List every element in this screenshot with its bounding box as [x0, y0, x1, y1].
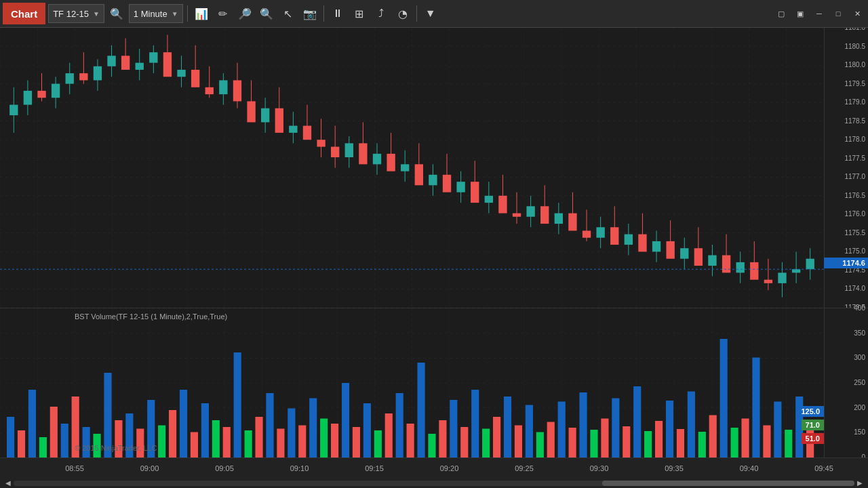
price-label: 1181.0 — [844, 28, 865, 31]
timeframe-dropdown-arrow: ▼ — [172, 10, 178, 18]
xaxis-label: 09:30 — [590, 464, 609, 472]
current-price-indicator: 1174.6 — [824, 258, 868, 268]
volume-label: 400 — [854, 304, 865, 312]
clock-icon[interactable]: ◔ — [393, 4, 412, 23]
xaxis-label: 09:00 — [140, 464, 159, 472]
price-chart[interactable]: 1181.01180.51180.01179.51179.01178.51178… — [0, 28, 868, 308]
pencil-icon[interactable]: ✏ — [214, 4, 233, 23]
volume-label: 250 — [854, 379, 865, 386]
instrument-label: TF 12-15 — [53, 9, 89, 19]
cursor-icon[interactable]: ↖ — [279, 4, 298, 23]
volume-label: 350 — [854, 329, 865, 337]
volume-canvas — [0, 308, 824, 458]
separator-2 — [323, 5, 324, 22]
price-label: 1175.5 — [844, 229, 865, 237]
separator-3 — [416, 5, 417, 22]
volume-label: 300 — [854, 354, 865, 361]
trend-icon[interactable]: ⤴ — [372, 4, 391, 23]
xaxis-label: 09:15 — [365, 464, 384, 472]
search-icon[interactable]: 🔍 — [107, 4, 126, 23]
restore-button-1[interactable]: ▢ — [773, 5, 789, 22]
xaxis-label: 09:45 — [814, 464, 833, 472]
xaxis-label: 09:10 — [290, 464, 309, 472]
price-label: 1179.5 — [844, 80, 865, 87]
minimize-button[interactable]: ─ — [811, 5, 827, 22]
xaxis-label: 08:55 — [65, 464, 84, 472]
scrollbar-track[interactable] — [14, 481, 854, 486]
price-label: 1180.5 — [844, 43, 865, 50]
scrollbar[interactable]: ◀ ▶ — [0, 478, 868, 488]
main-container: 1181.01180.51180.01179.51179.01178.51178… — [0, 28, 868, 488]
price-label: 1174.0 — [844, 285, 865, 292]
copyright-text: © 2015 NinjaTrader, LLC — [75, 444, 157, 452]
maximize-button[interactable]: □ — [830, 5, 846, 22]
red-volume-badge: 51.0 — [802, 433, 824, 444]
volume-axis: 4003503002502001500 — [824, 308, 868, 458]
instrument-dropdown-arrow: ▼ — [93, 10, 100, 18]
price-label: 1179.0 — [844, 98, 865, 106]
xaxis-label: 09:25 — [515, 464, 534, 472]
price-label: 1178.0 — [844, 136, 865, 143]
instrument-selector[interactable]: TF 12-15 ▼ — [48, 4, 104, 23]
price-label: 1176.5 — [844, 192, 865, 199]
price-label: 1177.5 — [844, 155, 865, 162]
zoom-in-icon[interactable]: 🔎 — [235, 4, 254, 23]
scroll-left-arrow[interactable]: ◀ — [3, 479, 14, 487]
separator-1 — [187, 5, 188, 22]
close-button[interactable]: ✕ — [849, 5, 865, 22]
price-label: 1176.0 — [844, 210, 865, 218]
xaxis-label: 09:35 — [665, 464, 684, 472]
x-axis: 08:5509:0009:0509:1009:1509:2009:2509:30… — [0, 458, 868, 478]
price-label: 1178.5 — [844, 117, 865, 125]
volume-label: 200 — [854, 404, 865, 411]
volume-chart[interactable]: BST Volume(TF 12-15 (1 Minute),2,True,Tr… — [0, 308, 868, 458]
xaxis-label: 09:20 — [440, 464, 459, 472]
volume-label: 150 — [854, 428, 865, 436]
bar-chart-icon[interactable]: 📊 — [192, 4, 211, 23]
pause-icon[interactable]: ⏸ — [328, 4, 347, 23]
zoom-out-icon[interactable]: 🔍 — [257, 4, 276, 23]
xaxis-labels: 08:5509:0009:0509:1009:1509:2009:2509:30… — [0, 458, 824, 478]
timeframe-label: 1 Minute — [134, 9, 167, 19]
titlebar: Chart TF 12-15 ▼ 🔍 1 Minute ▼ 📊 ✏ 🔎 🔍 ↖ … — [0, 0, 868, 28]
price-label: 1180.0 — [844, 61, 865, 68]
timeframe-selector[interactable]: 1 Minute ▼ — [129, 4, 183, 23]
chart-button[interactable]: Chart — [3, 3, 45, 24]
restore-button-2[interactable]: ▣ — [792, 5, 808, 22]
price-label: 1175.0 — [844, 247, 865, 255]
volume-chart-label: BST Volume(TF 12-15 (1 Minute),2,True,Tr… — [75, 312, 227, 321]
green-volume-badge: 71.0 — [802, 420, 824, 430]
price-canvas — [0, 28, 824, 308]
grid-icon[interactable]: ⊞ — [350, 4, 369, 23]
price-label: 1177.0 — [844, 173, 865, 180]
scroll-right-arrow[interactable]: ▶ — [854, 479, 865, 487]
settings-dropdown-icon[interactable]: ▼ — [421, 4, 440, 23]
camera-icon[interactable]: 📷 — [300, 4, 319, 23]
blue-volume-badge: 125.0 — [797, 406, 824, 417]
xaxis-label: 09:05 — [215, 464, 234, 472]
xaxis-label: 09:40 — [740, 464, 759, 472]
scrollbar-thumb[interactable] — [602, 481, 854, 486]
price-axis: 1181.01180.51180.01179.51179.01178.51178… — [824, 28, 868, 308]
